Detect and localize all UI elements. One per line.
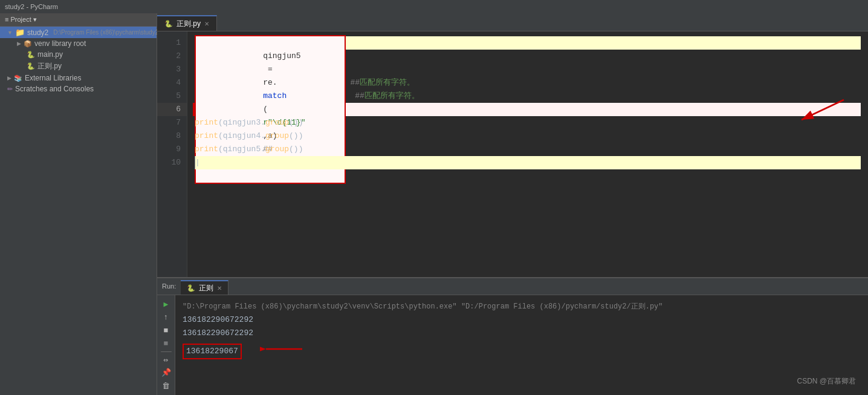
code-eq-6: = [263,65,277,74]
code-print-9: print [195,143,218,156]
code-cursor: | [195,156,200,169]
code-print-7-end: ()) [289,116,303,129]
code-print-8-args: (qingjun4. [218,129,265,143]
run-panel: Run: 🐍 正则 ✕ ▶ ↑ ■ ≡ [157,277,868,395]
sidebar-item-label-study2: study2 [27,28,48,37]
line-num-7: 7 [157,116,187,129]
run-pin-button[interactable]: 📌 [160,368,172,379]
code-comment-5b: 匹配所有字符。 [364,90,419,103]
run-cmd-line: "D:\Program Files (x86)\pycharm\study2\v… [183,300,861,313]
code-comment-4a: ## [351,76,360,90]
sidebar-item-label-external: External Libraries [25,74,81,82]
run-py-icon: 🐍 [187,284,195,292]
run-red-arrow [260,340,308,363]
sidebar-item-label-zhengze: 正则.py [37,61,62,71]
csdn-watermark: CSDN @百慕卿君 [797,374,856,388]
top-bar: study2 - PyCharm [0,0,868,13]
top-bar-title: study2 - PyCharm [5,3,58,10]
code-content[interactable]: a = '136182290672292' import re qingjun3 [187,31,868,277]
line-num-8: 8 [157,129,187,143]
tab-label-zhengze: 正则.py [177,19,201,29]
line-num-2: 2 [157,50,187,63]
code-print-8-end: ()) [289,129,303,143]
code-group-7: group [265,116,289,129]
line-num-10: 10 [157,156,187,169]
line-num-5: 5 [157,90,187,103]
main-area: ≡ Project ▾ ▼ 📁 study2 D:\Program Files … [0,13,868,395]
code-group-9: group [265,143,289,156]
code-line-6: qingjun5 = re. match ( r"\d{11}" ,a) ## … [193,103,861,116]
code-group-8: group [265,129,289,143]
run-output: "D:\Program Files (x86)\pycharm\study2\v… [175,295,868,395]
code-line-10: | [195,156,861,169]
scratch-icon: ✏ [7,85,13,93]
venv-icon: 📦 [24,40,32,48]
line-numbers: 1 2 3 4 5 6 7 8 9 10 [157,31,187,277]
code-print-7: print [195,116,218,129]
run-output-line-1: 136182290672292 [183,313,861,327]
code-var-qj5: qingjun5 [263,51,300,60]
run-tab-zhengze[interactable]: 🐍 正则 ✕ [181,280,228,295]
code-editor: 1 2 3 4 5 6 7 8 9 10 a = [157,31,868,277]
run-tabs: Run: 🐍 正则 ✕ [157,278,868,295]
run-scroll-up-button[interactable]: ↑ [160,312,172,323]
run-output-highlight: 13618229067 [183,344,242,359]
folder-icon: 📁 [15,28,25,37]
code-line-8: print (qingjun4. group ()) [195,129,861,143]
lib-icon: 📚 [14,74,22,82]
code-comment-5a: ## [355,90,364,103]
py-icon-main: 🐍 [27,51,35,59]
sidebar-item-scratches[interactable]: ✏ Scratches and Consoles [0,83,157,94]
run-list-button[interactable]: ≡ [160,338,172,349]
sidebar-item-label-main: main.py [37,50,63,59]
run-output-line-3: 13618229067 [183,340,861,363]
tab-py-icon: 🐍 [164,20,173,28]
run-play-button[interactable]: ▶ [160,299,172,310]
sidebar-item-label-venv: venv library root [34,39,86,48]
code-line-7: print (qingjun3. group ()) [195,116,861,129]
run-stop-button[interactable]: ■ [160,325,172,336]
run-align-button[interactable]: ⇔ [160,354,172,365]
run-trash-button[interactable]: 🗑 [160,380,172,391]
line-num-1: 1 [157,36,187,50]
sidebar-item-study2[interactable]: ▼ 📁 study2 D:\Program Files (x86)\pychar… [0,27,157,38]
expand-arrow-ext-icon: ▶ [7,75,11,81]
editor-tabs: 🐍 正则.py ✕ [157,13,868,31]
py-icon-zhengze: 🐍 [27,62,35,70]
sidebar-header: ≡ Project ▾ [0,13,157,27]
run-label: Run: [157,278,181,295]
line-num-4: 4 [157,76,187,90]
code-line-9: print (qingjun5. group ()) [195,143,861,156]
sidebar-item-venv[interactable]: ▶ 📦 venv library root [0,38,157,49]
run-tab-close-icon[interactable]: ✕ [217,285,222,292]
ide-window: study2 - PyCharm ≡ Project ▾ ▼ 📁 study2 … [0,0,868,395]
expand-arrow-venv-icon: ▶ [17,41,21,47]
run-content: ▶ ↑ ■ ≡ ⇔ 📌 🗑 "D:\Program Files (x86)\py… [157,295,868,395]
sidebar-item-external[interactable]: ▶ 📚 External Libraries [0,73,157,83]
tab-zhengze[interactable]: 🐍 正则.py ✕ [157,15,217,31]
run-divider [161,351,172,352]
run-toolbar: ▶ ↑ ■ ≡ ⇔ 📌 🗑 [157,295,175,395]
expand-arrow-icon: ▼ [7,30,13,36]
code-paren-l6: ( [263,105,268,114]
code-print-8: print [195,129,218,143]
sidebar-item-main[interactable]: 🐍 main.py [0,49,157,60]
code-print-9-end: ()) [289,143,303,156]
tab-close-icon[interactable]: ✕ [204,21,209,27]
sidebar-path-label: D:\Program Files (x86)\pycharm\study2 [53,29,158,36]
line-num-6: 6 [157,103,187,116]
sidebar-item-zhengze[interactable]: 🐍 正则.py [0,60,157,73]
code-print-9-args: (qingjun5. [218,143,265,156]
code-comment-4b: 匹配所有字符。 [360,76,415,90]
editor-area: 🐍 正则.py ✕ 1 2 3 4 5 6 7 8 9 10 [157,13,868,395]
project-sidebar: ≡ Project ▾ ▼ 📁 study2 D:\Program Files … [0,13,157,395]
code-re-6: re. [263,78,277,87]
code-print-7-args: (qingjun3. [218,116,265,129]
code-match-6: match [263,91,287,100]
line-num-3: 3 [157,63,187,76]
line-num-9: 9 [157,143,187,156]
sidebar-item-label-scratches: Scratches and Consoles [15,85,94,93]
sidebar-header-label: ≡ Project ▾ [5,16,37,24]
run-output-line-2: 136182290672292 [183,327,861,340]
run-tab-label: 正则 [199,283,213,293]
